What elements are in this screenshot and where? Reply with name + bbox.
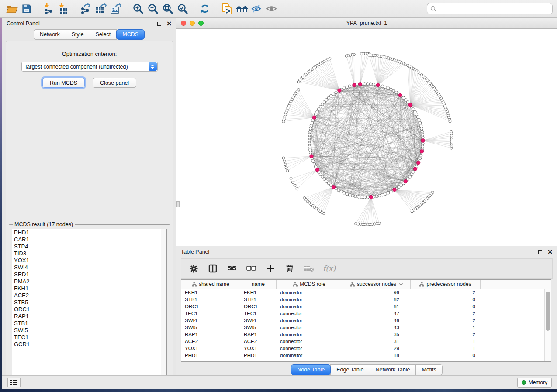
graph-node[interactable] (419, 124, 422, 127)
mcds-hub-node[interactable] (358, 83, 362, 86)
export-table-icon[interactable] (93, 1, 108, 16)
mcds-result-item[interactable]: STB5 (12, 299, 166, 306)
column-header-predecessor-nodes[interactable]: predecessor nodes (411, 280, 481, 289)
close-table-panel-icon[interactable]: ✕ (547, 250, 553, 254)
graph-node[interactable] (390, 88, 393, 91)
hide-selected-icon[interactable] (249, 1, 264, 16)
graph-node[interactable] (308, 133, 311, 136)
table-row[interactable]: ORC1ORC1dominator610 (181, 303, 551, 310)
graph-node[interactable] (375, 195, 378, 198)
graph-node[interactable] (366, 83, 369, 86)
mcds-result-item[interactable]: PHD1 (12, 229, 166, 236)
zoom-in-icon[interactable] (131, 1, 145, 16)
graph-node[interactable] (312, 160, 315, 163)
mcds-result-item[interactable]: TEC1 (12, 334, 166, 341)
graph-node[interactable] (343, 87, 346, 90)
save-icon[interactable] (19, 1, 34, 16)
tab-network[interactable]: Network (34, 29, 66, 40)
search-input[interactable] (427, 3, 553, 14)
graph-node[interactable] (381, 85, 384, 88)
graph-node[interactable] (294, 184, 296, 187)
tab-motifs[interactable]: Motifs (415, 364, 442, 375)
graph-node[interactable] (363, 83, 366, 86)
graph-node[interactable] (366, 196, 369, 199)
graph-node[interactable] (390, 190, 393, 193)
graph-node[interactable] (309, 151, 312, 154)
graph-node[interactable] (384, 193, 387, 196)
graph-node[interactable] (308, 142, 311, 145)
export-image-icon[interactable] (108, 1, 123, 16)
mcds-result-item[interactable]: SWI5 (12, 327, 166, 334)
graph-node[interactable] (348, 193, 351, 196)
graph-node[interactable] (282, 157, 285, 159)
show-all-icon[interactable] (264, 1, 279, 16)
network-graph[interactable] (176, 29, 557, 246)
mcds-result-item[interactable]: ACE2 (12, 292, 166, 299)
mcds-hub-node[interactable] (408, 103, 412, 107)
add-column-icon[interactable] (265, 263, 276, 274)
deselect-all-icon[interactable] (246, 263, 256, 274)
first-neighbors-icon[interactable] (235, 1, 249, 16)
tab-select[interactable]: Select (90, 29, 117, 40)
table-row[interactable]: RAP1RAP1dominator352 (181, 331, 551, 338)
graph-node[interactable] (387, 191, 390, 194)
graph-node[interactable] (421, 130, 424, 133)
graph-node[interactable] (363, 196, 366, 199)
graph-node[interactable] (313, 162, 316, 165)
export-network-icon[interactable] (79, 1, 93, 16)
graph-node[interactable] (395, 91, 398, 94)
mcds-hub-node[interactable] (376, 83, 380, 87)
graph-node[interactable] (283, 160, 286, 162)
graph-node[interactable] (337, 189, 340, 192)
graph-node[interactable] (308, 136, 311, 139)
mcds-hub-node[interactable] (393, 188, 396, 191)
graph-node[interactable] (418, 118, 421, 121)
splitter-handle[interactable] (176, 201, 180, 207)
graph-node[interactable] (340, 190, 343, 193)
mcds-hub-node[interactable] (310, 155, 313, 158)
tab-edge-table[interactable]: Edge Table (330, 364, 370, 375)
graph-node[interactable] (421, 133, 424, 136)
graph-node[interactable] (355, 222, 357, 225)
mcds-result-item[interactable]: GCR1 (12, 341, 166, 348)
gear-icon[interactable] (188, 263, 199, 274)
mcds-hub-node[interactable] (421, 139, 425, 142)
graph-node[interactable] (357, 196, 360, 199)
graph-node[interactable] (282, 120, 285, 123)
table-row[interactable]: TEC1TEC1connector472 (181, 310, 551, 317)
delete-table-icon[interactable] (304, 263, 314, 274)
mcds-hub-node[interactable] (369, 195, 373, 199)
graph-node[interactable] (348, 85, 351, 88)
optimization-criterion-select[interactable]: largest connected component (undirected) (21, 62, 158, 72)
clone-network-icon[interactable] (220, 1, 235, 16)
mcds-hub-node[interactable] (413, 167, 417, 171)
memory-button[interactable]: Memory (517, 378, 552, 388)
mcds-hub-node[interactable] (398, 93, 402, 97)
table-row[interactable]: SWI4SWI4dominator462 (181, 317, 551, 324)
mcds-hub-node[interactable] (338, 89, 341, 92)
mcds-hub-node[interactable] (416, 161, 420, 165)
zoom-selected-icon[interactable] (175, 1, 190, 16)
table-row[interactable]: ACE2ACE2connector311 (181, 338, 551, 345)
table-row[interactable]: YOX1YOX1connector291 (181, 345, 551, 352)
graph-node[interactable] (419, 154, 422, 157)
mcds-hub-node[interactable] (315, 168, 319, 172)
float-table-panel-icon[interactable] (538, 250, 542, 254)
graph-node[interactable] (412, 171, 415, 174)
graph-node[interactable] (291, 181, 294, 183)
graph-node[interactable] (308, 130, 311, 133)
graph-node[interactable] (372, 83, 375, 86)
table-row[interactable]: STB1STB1dominator620 (181, 296, 551, 303)
table-row[interactable]: SWI5SWI5connector431 (181, 324, 551, 331)
graph-node[interactable] (354, 195, 357, 198)
graph-node[interactable] (381, 193, 384, 196)
mcds-result-item[interactable]: SWI4 (12, 264, 166, 271)
column-header-name[interactable]: name (240, 280, 277, 289)
tab-node-table[interactable]: Node Table (291, 364, 331, 375)
graph-node[interactable] (296, 188, 298, 190)
mcds-hub-node[interactable] (332, 185, 335, 189)
table-scrollbar[interactable] (544, 289, 551, 361)
graph-node[interactable] (420, 127, 423, 130)
import-table-icon[interactable] (56, 1, 71, 16)
task-history-button[interactable] (7, 378, 21, 387)
